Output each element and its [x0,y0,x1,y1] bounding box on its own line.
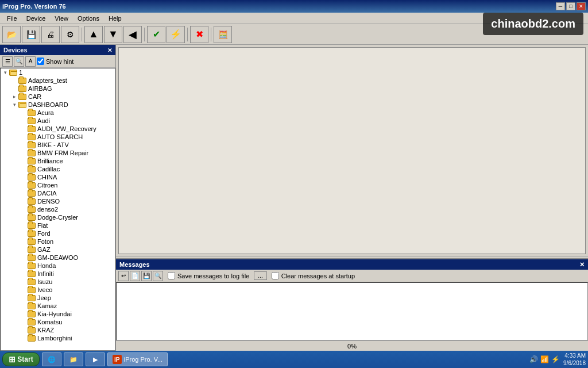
taskbar-media[interactable]: ▶ [86,352,105,366]
tree-item[interactable]: Brilliance [1,157,115,165]
close-button[interactable]: ✕ [577,2,586,10]
tree-item[interactable]: Honda [1,262,115,270]
tree-item[interactable]: DACIA [1,189,115,197]
tree-item[interactable]: Kia-Hyundai [1,310,115,318]
tree-expand-icon[interactable] [20,310,27,317]
show-hint-label[interactable]: Show hint [37,57,74,65]
tree-expand-icon[interactable] [20,190,27,197]
tree-item[interactable]: Iveco [1,286,115,294]
show-hint-checkbox[interactable] [37,57,44,65]
tree-expand-icon[interactable] [20,230,27,237]
tree-expand-icon[interactable]: ▾ [2,69,9,76]
taskbar-ie[interactable]: 🌐 [42,352,61,366]
tree-item[interactable]: denso2 [1,205,115,213]
device-tool-1[interactable]: ☰ [2,56,13,67]
menu-options[interactable]: Options [73,14,104,23]
tree-item[interactable]: BIKE - ATV [1,141,115,149]
clear-startup-option[interactable]: Clear messages at startup [272,272,355,279]
menu-device[interactable]: Device [22,14,51,23]
msg-tool-4[interactable]: 🔍 [153,271,163,281]
tree-expand-icon[interactable] [20,133,27,140]
tree-item[interactable]: Audi [1,117,115,125]
tree-item[interactable]: KRAZ [1,326,115,334]
msg-tool-1[interactable]: ↩ [118,271,129,281]
tree-expand-icon[interactable] [20,302,27,309]
tree-item[interactable]: Jeep [1,294,115,302]
stop-button[interactable]: ✖ [190,26,208,43]
browse-button[interactable]: ... [254,271,266,280]
tree-expand-icon[interactable] [20,182,27,189]
tree-expand-icon[interactable] [20,206,27,213]
settings-button[interactable]: ⚙ [61,26,79,43]
tree-expand-icon[interactable] [20,150,27,156]
menu-help[interactable]: Help [104,14,126,23]
tree-item[interactable]: Citroen [1,181,115,189]
tree-expand-icon[interactable] [11,77,18,84]
tree-expand-icon[interactable]: ▸ [11,93,18,100]
volume-icon[interactable]: 🔊 [529,355,538,363]
tree-item[interactable]: GAZ [1,246,115,254]
device-tool-3[interactable]: A [25,56,36,67]
tree-item[interactable]: ▸CAR [1,93,115,101]
tree-item[interactable]: AUDI_VW_Recovery [1,125,115,133]
devices-tree[interactable]: ▾1Adapters_testAIRBAG▸CAR▾DASHBOARDAcura… [0,68,115,351]
tree-item[interactable]: Isuzu [1,278,115,286]
tree-item[interactable]: ▾DASHBOARD [1,101,115,109]
taskbar-explorer[interactable]: 📁 [64,352,83,366]
tree-expand-icon[interactable] [20,278,27,285]
tree-item[interactable]: Infiniti [1,270,115,278]
msg-tool-2[interactable]: 📄 [130,271,140,281]
tree-item[interactable]: Lamborghini [1,334,115,342]
tree-expand-icon[interactable] [20,254,27,261]
tree-item[interactable]: BMW FRM Repair [1,149,115,157]
save-log-checkbox[interactable] [168,272,175,279]
prev-button[interactable]: ◀ [123,26,142,43]
tree-expand-icon[interactable]: ▾ [11,101,18,108]
menu-view[interactable]: View [50,14,73,23]
tree-expand-icon[interactable] [20,158,27,164]
msg-tool-3[interactable]: 💾 [141,271,152,281]
tree-expand-icon[interactable] [20,319,27,325]
tree-expand-icon[interactable] [20,238,27,245]
flash-button[interactable]: ⚡ [167,26,185,43]
tree-expand-icon[interactable] [20,262,27,269]
down-button[interactable]: ▼ [104,26,122,43]
tree-expand-icon[interactable] [20,286,27,293]
tree-item[interactable]: Acura [1,109,115,117]
tree-expand-icon[interactable] [20,166,27,172]
tree-item[interactable]: Foton [1,237,115,246]
tree-expand-icon[interactable] [20,141,27,148]
save-button[interactable]: 💾 [22,26,40,43]
tree-item[interactable]: Fiat [1,221,115,229]
tree-expand-icon[interactable] [20,125,27,132]
tree-expand-icon[interactable] [20,335,27,342]
check-button[interactable]: ✔ [147,26,165,43]
tree-item[interactable]: Kamaz [1,302,115,310]
tree-item[interactable]: AIRBAG [1,85,115,93]
start-button[interactable]: ⊞ Start [2,352,40,366]
messages-close[interactable]: ✕ [579,261,585,269]
tree-item[interactable]: Ford [1,229,115,237]
menu-file[interactable]: File [2,14,22,23]
open-button[interactable]: 📂 [2,26,21,43]
maximize-button[interactable]: □ [566,2,575,10]
tree-expand-icon[interactable] [11,85,18,92]
tree-item[interactable]: Dodge-Crysler [1,213,115,221]
device-search[interactable]: 🔍 [14,56,24,67]
tree-item[interactable]: Adapters_test [1,76,115,85]
tree-expand-icon[interactable] [20,109,27,116]
tree-expand-icon[interactable] [20,174,27,181]
tree-expand-icon[interactable] [20,327,27,334]
tree-item[interactable]: Cadillac [1,165,115,173]
tree-expand-icon[interactable] [20,270,27,277]
minimize-button[interactable]: ─ [556,2,565,10]
tree-expand-icon[interactable] [20,222,27,229]
calc-button[interactable]: 🧮 [214,26,232,43]
tree-item[interactable]: CHINA [1,173,115,181]
tree-expand-icon[interactable] [20,198,27,205]
tree-expand-icon[interactable] [20,246,27,253]
tree-expand-icon[interactable] [20,294,27,301]
up-button[interactable]: ▲ [84,26,103,43]
tree-item[interactable]: AUTO SEARCH [1,133,115,141]
tree-item[interactable]: ▾1 [1,68,115,76]
